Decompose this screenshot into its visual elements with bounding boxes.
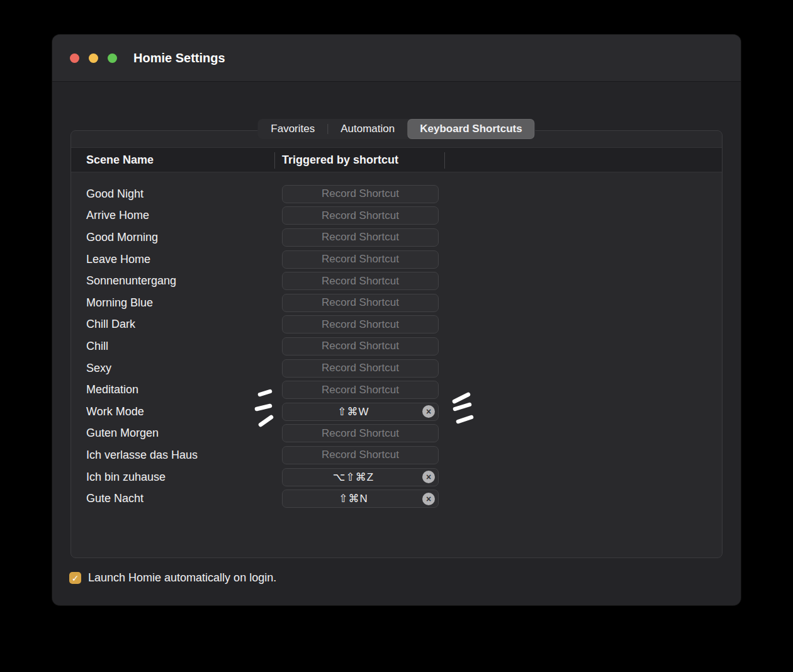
checkbox-checked-icon[interactable]: ✓	[69, 572, 81, 584]
scene-name-label: Gute Nacht	[86, 492, 143, 505]
record-shortcut-button[interactable]: Record Shortcut	[282, 315, 439, 333]
scene-name-label: Good Night	[86, 188, 143, 201]
record-shortcut-button[interactable]: Record Shortcut	[282, 206, 439, 225]
column-header-scene-name: Scene Name	[86, 154, 154, 167]
scene-name-label: Work Mode	[86, 405, 144, 418]
scene-name-label: Chill Dark	[86, 318, 135, 331]
record-shortcut-button[interactable]: Record Shortcut	[282, 424, 439, 442]
table-row: MeditationRecord Shortcut	[71, 379, 722, 401]
scene-name-label: Guten Morgen	[86, 427, 159, 440]
record-shortcut-button[interactable]: Record Shortcut	[282, 359, 439, 378]
scene-name-label: Leave Home	[86, 253, 150, 266]
traffic-lights	[70, 53, 117, 63]
shortcuts-panel: Scene Name Triggered by shortcut Good Ni…	[70, 130, 723, 558]
table-row: Ich bin zuhause⌥⇧⌘Z×	[71, 466, 722, 488]
table-header: Scene Name Triggered by shortcut	[71, 147, 722, 172]
table-row: Guten MorgenRecord Shortcut	[71, 423, 722, 445]
table-row: Leave HomeRecord Shortcut	[71, 249, 722, 271]
scene-name-label: Morning Blue	[86, 296, 153, 310]
record-shortcut-button[interactable]: Record Shortcut	[282, 294, 439, 312]
record-shortcut-button[interactable]: Record Shortcut	[282, 185, 439, 203]
scene-list: Good NightRecord ShortcutArrive HomeReco…	[71, 172, 722, 510]
table-row: Morning BlueRecord Shortcut	[71, 292, 722, 314]
tab-automation[interactable]: Automation	[328, 119, 407, 139]
table-row: Chill DarkRecord Shortcut	[71, 314, 722, 336]
table-row: Ich verlasse das HausRecord Shortcut	[71, 444, 722, 466]
scene-name-label: Meditation	[86, 383, 138, 396]
launch-on-login-row[interactable]: ✓ Launch Homie automatically on login.	[69, 571, 276, 585]
desktop-background: Homie Settings FavoritesAutomationKeyboa…	[0, 0, 793, 672]
tab-bar: FavoritesAutomationKeyboard Shortcuts	[257, 119, 535, 139]
table-row: Good MorningRecord Shortcut	[71, 227, 722, 249]
scene-name-label: Ich verlasse das Haus	[86, 449, 198, 462]
clear-shortcut-icon[interactable]: ×	[422, 493, 435, 505]
shortcut-button[interactable]: ⌥⇧⌘Z×	[282, 468, 439, 486]
scene-name-label: Ich bin zuhause	[86, 471, 166, 484]
shortcut-keys-label: ⌥⇧⌘Z	[333, 471, 374, 484]
shortcut-button[interactable]: ⇧⌘W×	[282, 403, 439, 421]
scene-name-label: Sexy	[86, 362, 111, 375]
column-divider	[274, 152, 275, 169]
record-shortcut-button[interactable]: Record Shortcut	[282, 337, 439, 356]
table-row: Arrive HomeRecord Shortcut	[71, 205, 722, 227]
titlebar: Homie Settings	[52, 35, 741, 82]
table-row: SexyRecord Shortcut	[71, 357, 722, 379]
minimize-button[interactable]	[89, 53, 98, 63]
scene-name-label: Arrive Home	[86, 209, 149, 222]
scene-name-label: Chill	[86, 340, 108, 353]
record-shortcut-button[interactable]: Record Shortcut	[282, 446, 439, 464]
shortcut-keys-label: ⇧⌘W	[337, 405, 369, 418]
scene-name-label: Good Morning	[86, 231, 158, 244]
record-shortcut-button[interactable]: Record Shortcut	[282, 381, 439, 399]
settings-window: Homie Settings FavoritesAutomationKeyboa…	[52, 35, 741, 605]
zoom-button[interactable]	[108, 53, 117, 63]
table-row: Work Mode⇧⌘W×	[71, 401, 722, 423]
table-row: Good NightRecord Shortcut	[71, 183, 722, 205]
clear-shortcut-icon[interactable]: ×	[422, 405, 435, 418]
tab-keyboard-shortcuts[interactable]: Keyboard Shortcuts	[407, 119, 534, 139]
record-shortcut-button[interactable]: Record Shortcut	[282, 272, 439, 290]
record-shortcut-button[interactable]: Record Shortcut	[282, 250, 439, 269]
table-row: SonnenuntergangRecord Shortcut	[71, 270, 722, 292]
launch-on-login-label: Launch Homie automatically on login.	[88, 571, 276, 585]
window-title: Homie Settings	[133, 35, 225, 82]
column-header-triggered-by-shortcut: Triggered by shortcut	[282, 154, 398, 167]
column-divider	[444, 152, 445, 169]
table-row: ChillRecord Shortcut	[71, 335, 722, 357]
scene-name-label: Sonnenuntergang	[86, 274, 176, 288]
table-row: Gute Nacht⇧⌘N×	[71, 488, 722, 510]
shortcut-keys-label: ⇧⌘N	[339, 492, 368, 505]
tab-favorites[interactable]: Favorites	[258, 119, 327, 139]
close-button[interactable]	[70, 53, 79, 63]
clear-shortcut-icon[interactable]: ×	[422, 471, 435, 483]
record-shortcut-button[interactable]: Record Shortcut	[282, 228, 439, 247]
shortcut-button[interactable]: ⇧⌘N×	[282, 490, 439, 508]
settings-content: FavoritesAutomationKeyboard Shortcuts Sc…	[52, 82, 741, 605]
